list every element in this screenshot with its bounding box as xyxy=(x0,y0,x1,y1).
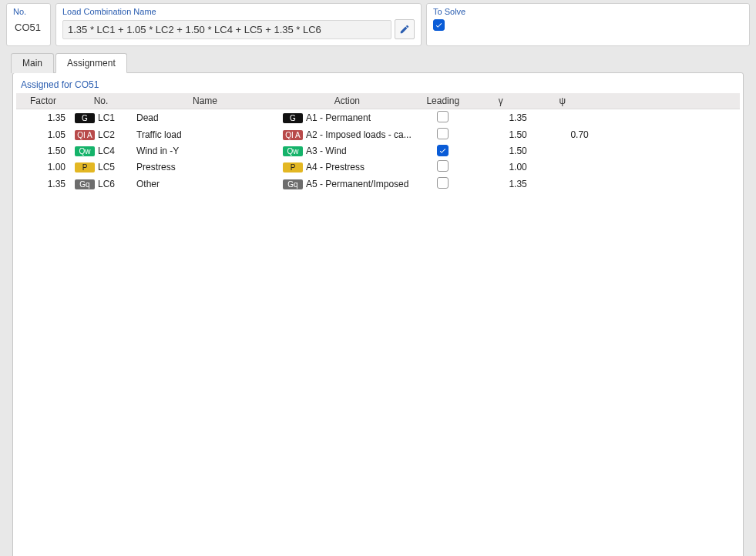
action-text: A1 - Permanent xyxy=(306,112,371,123)
leading-checkbox[interactable] xyxy=(437,128,449,139)
cell-leading[interactable] xyxy=(416,176,470,193)
col-gamma[interactable]: γ xyxy=(470,93,532,109)
cell-leading[interactable] xyxy=(416,109,470,127)
cell-factor[interactable]: 1.50 xyxy=(16,143,70,159)
edit-icon xyxy=(399,24,410,35)
section-title: Assigned for CO51 xyxy=(16,78,740,93)
cell-spacer xyxy=(593,159,740,176)
cell-gamma[interactable]: 1.35 xyxy=(470,176,532,193)
cell-factor[interactable]: 1.05 xyxy=(16,126,70,143)
tab-assignment[interactable]: Assignment xyxy=(55,53,127,73)
col-psi[interactable]: ψ xyxy=(532,93,593,109)
cell-action[interactable]: GA1 - Permanent xyxy=(278,109,416,127)
col-no[interactable]: No. xyxy=(70,93,132,109)
cell-action[interactable]: QI AA2 - Imposed loads - ca... xyxy=(278,126,416,143)
cell-action[interactable]: QwA3 - Wind xyxy=(278,143,416,159)
table-row[interactable]: 1.00PLC5PrestressPA4 - Prestress1.00 xyxy=(16,159,740,176)
cell-leading[interactable] xyxy=(416,143,470,159)
col-spacer xyxy=(593,93,740,109)
to-solve-checkbox[interactable] xyxy=(433,19,445,31)
edit-name-button[interactable] xyxy=(395,19,415,39)
check-icon xyxy=(435,21,443,29)
action-text: A4 - Prestress xyxy=(306,162,365,172)
cell-spacer xyxy=(593,126,740,143)
cell-psi[interactable]: 0.70 xyxy=(532,126,593,143)
cell-factor[interactable]: 1.35 xyxy=(16,176,70,193)
leading-checkbox[interactable] xyxy=(437,111,449,122)
cell-no[interactable]: QI ALC2 xyxy=(70,126,132,143)
col-action[interactable]: Action xyxy=(278,93,416,109)
tabs: Main Assignment xyxy=(6,53,750,73)
table-row[interactable]: 1.50QwLC4Wind in -YQwA3 - Wind1.50 xyxy=(16,143,740,159)
leading-checkbox[interactable] xyxy=(437,145,449,156)
cell-no[interactable]: GqLC6 xyxy=(70,176,132,193)
cell-gamma[interactable]: 1.50 xyxy=(470,143,532,159)
col-name[interactable]: Name xyxy=(132,93,278,109)
leading-checkbox[interactable] xyxy=(437,177,449,189)
action-text: A5 - Permanent/Imposed xyxy=(306,179,408,189)
cell-leading[interactable] xyxy=(416,159,470,176)
solve-label: To Solve xyxy=(433,7,743,16)
cell-gamma[interactable]: 1.35 xyxy=(470,109,532,127)
loadcase-badge: Qw xyxy=(75,146,95,156)
table-header-row: Factor No. Name Action Leading γ ψ xyxy=(16,93,740,109)
tab-main[interactable]: Main xyxy=(11,53,54,73)
combination-name-input[interactable]: 1.35 * LC1 + 1.05 * LC2 + 1.50 * LC4 + L… xyxy=(62,20,391,39)
no-label: No. xyxy=(13,7,44,16)
loadcase-badge: P xyxy=(75,162,95,172)
cell-leading[interactable] xyxy=(416,126,470,143)
action-badge: QI A xyxy=(283,130,303,140)
cell-no[interactable]: QwLC4 xyxy=(70,143,132,159)
loadcase-badge: G xyxy=(75,113,95,123)
action-badge: P xyxy=(283,162,303,172)
loadcase-number: LC1 xyxy=(98,112,115,123)
cell-psi[interactable] xyxy=(532,143,593,159)
cell-no[interactable]: GLC1 xyxy=(70,109,132,127)
cell-psi[interactable] xyxy=(532,159,593,176)
cell-spacer xyxy=(593,176,740,193)
assignment-table: Factor No. Name Action Leading γ ψ 1.35G… xyxy=(16,93,740,193)
loadcase-number: LC4 xyxy=(98,146,115,156)
cell-spacer xyxy=(593,109,740,127)
cell-factor[interactable]: 1.00 xyxy=(16,159,70,176)
cell-name[interactable]: Dead xyxy=(132,109,278,127)
loadcase-number: LC6 xyxy=(98,179,115,189)
table-row[interactable]: 1.05QI ALC2Traffic loadQI AA2 - Imposed … xyxy=(16,126,740,143)
cell-name[interactable]: Wind in -Y xyxy=(132,143,278,159)
action-text: A2 - Imposed loads - ca... xyxy=(306,129,412,140)
cell-psi[interactable] xyxy=(532,109,593,127)
cell-gamma[interactable]: 1.50 xyxy=(470,126,532,143)
col-leading[interactable]: Leading xyxy=(416,93,470,109)
cell-name[interactable]: Traffic load xyxy=(132,126,278,143)
cell-name[interactable]: Other xyxy=(132,176,278,193)
loadcase-number: LC5 xyxy=(98,162,115,172)
loadcase-badge: Gq xyxy=(75,179,95,189)
action-badge: G xyxy=(283,113,303,123)
cell-psi[interactable] xyxy=(532,176,593,193)
col-factor[interactable]: Factor xyxy=(16,93,70,109)
action-badge: Gq xyxy=(283,179,303,189)
cell-name[interactable]: Prestress xyxy=(132,159,278,176)
no-value: CO51 xyxy=(13,19,44,35)
check-icon xyxy=(438,146,447,155)
action-badge: Qw xyxy=(283,146,303,156)
cell-action[interactable]: GqA5 - Permanent/Imposed xyxy=(278,176,416,193)
solve-panel: To Solve xyxy=(426,3,750,46)
action-text: A3 - Wind xyxy=(306,146,347,156)
cell-factor[interactable]: 1.35 xyxy=(16,109,70,127)
loadcase-number: LC2 xyxy=(98,129,115,140)
table-row[interactable]: 1.35GqLC6OtherGqA5 - Permanent/Imposed1.… xyxy=(16,176,740,193)
name-panel: Load Combination Name 1.35 * LC1 + 1.05 … xyxy=(55,3,422,46)
assignment-panel: Assigned for CO51 Factor No. Name Action… xyxy=(12,72,744,556)
cell-gamma[interactable]: 1.00 xyxy=(470,159,532,176)
no-panel: No. CO51 xyxy=(6,3,51,46)
cell-spacer xyxy=(593,143,740,159)
loadcase-badge: QI A xyxy=(75,130,95,140)
leading-checkbox[interactable] xyxy=(437,160,449,172)
cell-action[interactable]: PA4 - Prestress xyxy=(278,159,416,176)
cell-no[interactable]: PLC5 xyxy=(70,159,132,176)
table-row[interactable]: 1.35GLC1DeadGA1 - Permanent1.35 xyxy=(16,109,740,127)
name-label: Load Combination Name xyxy=(62,7,415,16)
